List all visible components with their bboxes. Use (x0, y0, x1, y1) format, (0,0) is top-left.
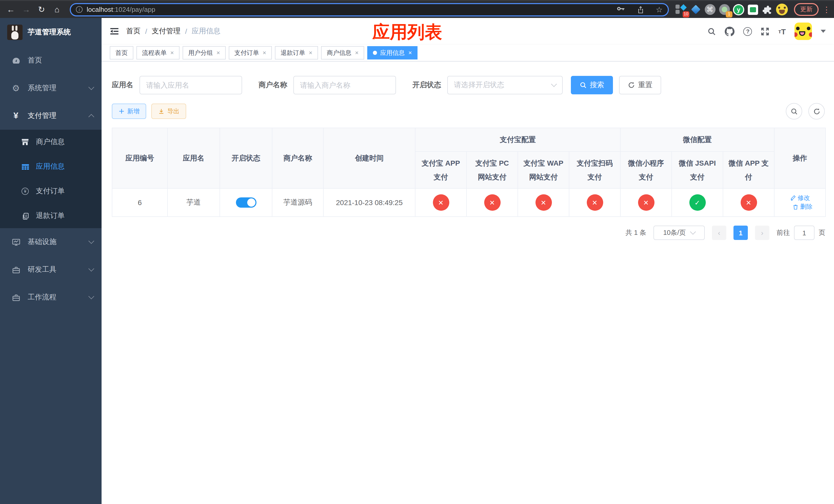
sidebar-item-label: 系统管理 (28, 84, 89, 93)
app-name-input[interactable] (139, 76, 242, 94)
col-header-alipay-app: 支付宝 APP 支付 (415, 152, 466, 188)
dashboard-icon (11, 56, 21, 65)
user-avatar[interactable] (794, 23, 812, 40)
yen-icon: ¥ (11, 111, 21, 121)
tab-close-icon[interactable]: × (309, 49, 312, 56)
page-number-button[interactable]: 1 (733, 226, 748, 240)
help-icon[interactable]: ? (744, 27, 752, 36)
sidebar-item-system[interactable]: ⚙ 系统管理 (0, 74, 102, 102)
goto-label: 前往 (776, 228, 790, 237)
edit-link[interactable]: 修改 (790, 193, 810, 202)
tab-user-group[interactable]: 用户分组× (182, 46, 226, 60)
sidebar-item-merchant-info[interactable]: 商户信息 (0, 130, 102, 154)
tab-close-icon[interactable]: × (170, 49, 174, 56)
extension-chat-icon[interactable] (747, 3, 759, 16)
address-bar[interactable]: i localhost:1024/pay/app ☆ (70, 3, 669, 16)
merchant-name-label: 商户名称 (259, 81, 287, 90)
status-select[interactable]: 请选择开启状态 (447, 76, 563, 94)
tab-close-icon[interactable]: × (263, 49, 266, 56)
site-info-icon[interactable]: i (76, 6, 83, 13)
col-header-merchant: 商户名称 (272, 128, 323, 188)
breadcrumb-payment[interactable]: 支付管理 (152, 27, 180, 36)
sidebar-item-label: 研发工具 (28, 265, 89, 274)
payment-submenu: 商户信息 应用信息 ¥ 支付订单 (0, 130, 102, 228)
user-menu-caret-icon[interactable] (821, 30, 826, 36)
sidebar-item-app-info[interactable]: 应用信息 (0, 154, 102, 179)
page-content: 应用名 商户名称 开启状态 请选择开启状态 搜索 重置 (102, 62, 834, 504)
tab-refund-orders[interactable]: 退款订单× (275, 46, 318, 60)
tab-process-form[interactable]: 流程表单× (136, 46, 179, 60)
col-header-app-name: 应用名 (168, 128, 220, 188)
tab-home[interactable]: 首页 (110, 46, 133, 60)
search-button[interactable]: 搜索 (571, 76, 613, 94)
github-icon[interactable] (725, 26, 735, 36)
url-text[interactable]: localhost:1024/pay/app (87, 6, 607, 13)
search-icon[interactable] (707, 27, 716, 36)
status-toggle[interactable] (236, 198, 256, 208)
extension-grid-icon[interactable]: 10 (675, 3, 687, 16)
chevron-down-icon (88, 294, 94, 299)
browser-reload-button[interactable]: ↻ (35, 3, 48, 16)
apps-table: 应用编号 应用名 开启状态 商户名称 创建时间 支付宝配置 微信配置 操作 支付… (112, 128, 826, 217)
tab-app-info[interactable]: 应用信息× (367, 46, 418, 60)
browser-forward-button[interactable]: → (20, 3, 33, 16)
chevron-down-icon (88, 238, 94, 244)
tab-payment-orders[interactable]: 支付订单× (229, 46, 272, 60)
browser-update-button[interactable]: 更新 (794, 3, 819, 16)
browser-back-button[interactable]: ← (4, 3, 18, 16)
merchant-name-input[interactable] (293, 76, 396, 94)
cell-app-id: 6 (112, 188, 168, 216)
sidebar-item-dev-tools[interactable]: 研发工具 (0, 256, 102, 283)
add-button[interactable]: 新增 (112, 104, 146, 119)
next-page-button[interactable]: › (755, 226, 769, 240)
sidebar-item-infrastructure[interactable]: 基础设施 (0, 228, 102, 256)
browser-home-button[interactable]: ⌂ (50, 3, 64, 16)
col-header-alipay-pc: 支付宝 PC 网站支付 (466, 152, 518, 188)
reset-button[interactable]: 重置 (619, 76, 661, 94)
chevron-down-icon (88, 84, 94, 90)
delete-link[interactable]: 删除 (792, 203, 812, 211)
browser-profile-avatar[interactable] (775, 3, 788, 16)
font-size-icon[interactable]: тT (778, 27, 786, 36)
browser-toolbar: ← → ↻ ⌂ i localhost:1024/pay/app ☆ 10 ⌘ … (0, 0, 834, 18)
tab-close-icon[interactable]: × (408, 49, 412, 56)
cell-merchant: 芋道源码 (272, 188, 323, 216)
sidebar-item-home[interactable]: 首页 (0, 47, 102, 74)
sidebar-item-payment[interactable]: ¥ 支付管理 (0, 102, 102, 130)
col-header-alipay-wap: 支付宝 WAP 网站支付 (518, 152, 569, 188)
breadcrumb-separator: / (185, 27, 187, 36)
wechat-jsapi-status-icon: ✓ (689, 194, 705, 211)
password-key-icon[interactable] (616, 5, 625, 14)
sidebar-collapse-icon[interactable] (110, 27, 119, 36)
bookmark-star-icon[interactable]: ☆ (656, 5, 663, 14)
wechat-mini-status-icon: ✕ (638, 194, 654, 211)
browser-menu-icon[interactable]: ⋮ (823, 5, 830, 14)
table-toolbar: 新增 导出 (112, 103, 825, 119)
app-logo-row[interactable]: 芋道管理系统 (0, 18, 102, 47)
show-search-button[interactable] (786, 103, 802, 119)
sidebar-item-refund-orders[interactable]: 退款订单 (0, 204, 102, 228)
wechat-app-status-icon: ✕ (740, 194, 757, 211)
sidebar-item-workflow[interactable]: 工作流程 (0, 283, 102, 311)
sidebar-item-payment-orders[interactable]: ¥ 支付订单 (0, 179, 102, 204)
extension-command-icon[interactable]: ⌘ (704, 3, 716, 16)
tab-close-icon[interactable]: × (355, 49, 358, 56)
extensions-puzzle-icon[interactable] (761, 3, 773, 16)
refresh-button[interactable] (808, 103, 825, 119)
prev-page-button[interactable]: ‹ (712, 226, 726, 240)
export-button[interactable]: 导出 (151, 104, 186, 119)
goto-page-input[interactable] (794, 226, 814, 240)
screen: ← → ↻ ⌂ i localhost:1024/pay/app ☆ 10 ⌘ … (0, 0, 834, 504)
fullscreen-icon[interactable] (761, 27, 770, 36)
tab-close-icon[interactable]: × (216, 49, 220, 56)
group-header-wechat: 微信配置 (620, 128, 774, 152)
breadcrumb-separator: / (145, 27, 147, 36)
extension-gem-icon[interactable] (689, 3, 702, 16)
share-icon[interactable] (636, 5, 644, 14)
breadcrumb-home[interactable]: 首页 (126, 27, 140, 36)
extension-y-icon[interactable]: y (732, 3, 745, 16)
tab-merchant-info[interactable]: 商户信息× (321, 46, 364, 60)
alipay-wap-status-icon: ✕ (535, 194, 552, 211)
extension-camera-icon[interactable]: 1 (718, 3, 730, 16)
page-size-select[interactable]: 10条/页 (654, 226, 705, 240)
